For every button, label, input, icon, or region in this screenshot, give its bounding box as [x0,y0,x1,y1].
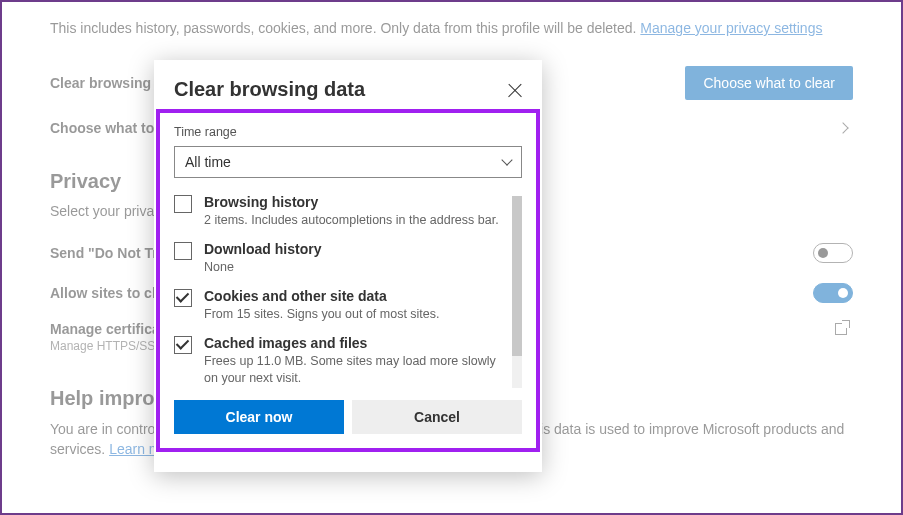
option-desc: 2 items. Includes autocompletions in the… [204,212,499,229]
close-icon[interactable] [508,83,522,97]
manage-privacy-link[interactable]: Manage your privacy settings [640,20,822,36]
dnt-toggle[interactable] [813,243,853,263]
intro-plain: This includes history, passwords, cookie… [50,20,640,36]
clear-browsing-data-dialog: Clear browsing data Time range All time … [154,60,542,472]
clear-options-list: Browsing history 2 items. Includes autoc… [174,194,522,390]
cancel-button[interactable]: Cancel [352,400,522,434]
chevron-down-icon [501,154,512,165]
choose-what-to-clear-button[interactable]: Choose what to clear [685,66,853,100]
time-range-select[interactable]: All time [174,146,522,178]
highlighted-region: Time range All time Browsing history 2 i… [156,109,540,452]
list-item[interactable]: Browsing history 2 items. Includes autoc… [174,194,508,229]
option-title: Cookies and other site data [204,288,440,304]
checkbox-cached-files[interactable] [174,336,192,354]
option-desc: From 15 sites. Signs you out of most sit… [204,306,440,323]
chevron-right-icon [837,122,848,133]
intro-text: This includes history, passwords, cookie… [50,20,853,36]
time-range-value: All time [185,154,231,170]
checkbox-browsing-history[interactable] [174,195,192,213]
checkbox-download-history[interactable] [174,242,192,260]
external-link-icon [835,321,849,335]
allow-sites-toggle[interactable] [813,283,853,303]
option-title: Browsing history [204,194,499,210]
scrollbar[interactable] [512,196,522,388]
option-desc: None [204,259,321,276]
clear-now-button[interactable]: Clear now [174,400,344,434]
list-item[interactable]: Cookies and other site data From 15 site… [174,288,508,323]
option-title: Download history [204,241,321,257]
scrollbar-thumb[interactable] [512,196,522,356]
checkbox-cookies[interactable] [174,289,192,307]
option-desc: Frees up 11.0 MB. Some sites may load mo… [204,353,508,387]
time-range-label: Time range [174,125,522,139]
dialog-title: Clear browsing data [174,78,365,101]
option-title: Cached images and files [204,335,508,351]
list-item[interactable]: Cached images and files Frees up 11.0 MB… [174,335,508,387]
list-item[interactable]: Download history None [174,241,508,276]
